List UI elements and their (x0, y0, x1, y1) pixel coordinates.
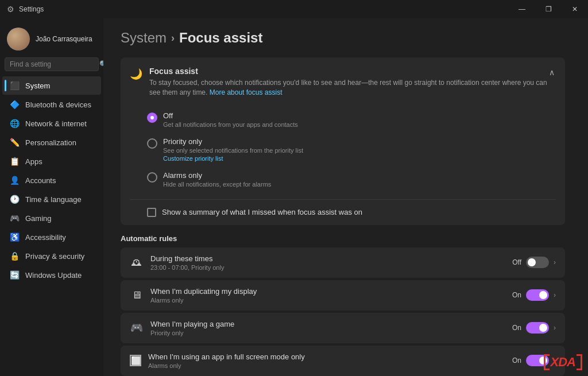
rule-card-duplicating: 🖥 When I'm duplicating my display Alarms… (121, 280, 565, 311)
sidebar-item-label: Network & internet (25, 119, 87, 128)
bluetooth-icon: 🔷 (9, 100, 20, 109)
rule-subtitle-gaming: Priority only (150, 330, 505, 336)
rule-row-gaming[interactable]: 🎮 When I'm playing a game Priority only … (121, 313, 565, 343)
focus-assist-header-left: 🌙 Focus assist To stay focused, choose w… (130, 67, 548, 98)
sidebar-item-accounts[interactable]: 👤 Accounts (2, 171, 101, 189)
sidebar-item-system[interactable]: ⬛ System (2, 76, 101, 95)
customize-priority-link[interactable]: Customize priority list (163, 155, 303, 162)
xda-text: XDA (551, 355, 575, 370)
minimize-button[interactable]: — (509, 0, 535, 18)
radio-alarms-circle[interactable] (147, 172, 157, 183)
rule-card-during-times: 🕰 During these times 23:00 - 07:00, Prio… (121, 247, 565, 278)
focus-assist-description: To stay focused, choose which notificati… (149, 78, 548, 98)
gaming-icon: 🎮 (9, 214, 20, 223)
rule-info-duplicating: When I'm duplicating my display Alarms o… (150, 287, 505, 304)
time-icon: 🕐 (9, 195, 20, 204)
user-name: João Carrasqueira (36, 35, 92, 43)
app-body: João Carrasqueira 🔍 ⬛ System 🔷 Bluetooth… (0, 18, 588, 376)
sidebar-item-label: Personalization (25, 138, 76, 147)
sidebar-item-bluetooth[interactable]: 🔷 Bluetooth & devices (2, 95, 101, 114)
rule-right-gaming: On › (512, 322, 556, 334)
rule-info-fullscreen: When I'm using an app in full screen mod… (148, 352, 505, 369)
window-controls: — ❐ ✕ (509, 0, 588, 18)
sidebar-item-label: Privacy & security (25, 252, 84, 261)
rule-card-fullscreen: ⬜ When I'm using an app in full screen m… (121, 346, 565, 376)
summary-checkbox[interactable] (147, 208, 156, 217)
focus-assist-more-link[interactable]: More about focus assist (210, 88, 283, 96)
breadcrumb: System › Focus assist (121, 30, 565, 46)
radio-option-priority[interactable]: Priority only See only selected notifica… (147, 133, 556, 166)
accounts-icon: 👤 (9, 176, 20, 185)
toggle-gaming[interactable] (526, 322, 549, 334)
fullscreen-icon: ⬜ (130, 355, 141, 366)
toggle-during-times[interactable] (526, 257, 549, 268)
avatar (7, 28, 30, 51)
radio-priority-label: Priority only (163, 137, 303, 146)
breadcrumb-separator: › (171, 32, 175, 44)
xda-bracket-right (577, 354, 582, 370)
radio-priority-circle[interactable] (147, 138, 157, 149)
sidebar-item-accessibility[interactable]: ♿ Accessibility (2, 228, 101, 246)
rule-row-fullscreen[interactable]: ⬜ When I'm using an app in full screen m… (121, 346, 565, 376)
radio-off-label: Off (163, 111, 298, 120)
sidebar-item-apps[interactable]: 📋 Apps (2, 152, 101, 170)
title-bar-left: ⚙ Settings (7, 5, 44, 14)
toggle-label-gaming: On (512, 324, 521, 332)
toggle-label-duplicating: On (512, 291, 521, 299)
rule-subtitle-during-times: 23:00 - 07:00, Priority only (150, 264, 505, 271)
apps-icon: 📋 (9, 157, 20, 166)
sidebar-item-label: Bluetooth & devices (25, 100, 91, 109)
sidebar-item-time[interactable]: 🕐 Time & language (2, 190, 101, 208)
title-bar: ⚙ Settings — ❐ ✕ (0, 0, 588, 18)
toggle-knob (528, 258, 536, 266)
sidebar-item-update[interactable]: 🔄 Windows Update (2, 266, 101, 284)
breadcrumb-parent[interactable]: System (121, 30, 167, 46)
breadcrumb-current: Focus assist (179, 30, 262, 46)
sidebar-item-label: Time & language (25, 195, 82, 204)
card-divider (130, 199, 556, 200)
rule-row-during-times[interactable]: 🕰 During these times 23:00 - 07:00, Prio… (121, 247, 565, 278)
chevron-right-icon: › (554, 258, 556, 266)
user-profile[interactable]: João Carrasqueira (0, 23, 103, 57)
rule-info-gaming: When I'm playing a game Priority only (150, 320, 505, 336)
system-icon: ⬛ (9, 81, 20, 90)
rule-right-during-times: Off › (512, 257, 556, 268)
focus-assist-title: Focus assist (149, 67, 548, 76)
search-input[interactable] (10, 60, 96, 68)
search-box[interactable]: 🔍 (5, 57, 99, 71)
sidebar-item-gaming[interactable]: 🎮 Gaming (2, 209, 101, 227)
rule-row-duplicating[interactable]: 🖥 When I'm duplicating my display Alarms… (121, 280, 565, 311)
focus-assist-collapse-button[interactable]: ∧ (548, 67, 556, 78)
sidebar-item-network[interactable]: 🌐 Network & internet (2, 114, 101, 133)
privacy-icon: 🔒 (9, 251, 20, 261)
rule-title-fullscreen: When I'm using an app in full screen mod… (148, 352, 505, 361)
sidebar-item-privacy[interactable]: 🔒 Privacy & security (2, 247, 101, 265)
radio-option-off[interactable]: Off Get all notifications from your apps… (147, 107, 556, 133)
focus-assist-text: Focus assist To stay focused, choose whi… (149, 67, 548, 98)
rule-subtitle-fullscreen: Alarms only (148, 362, 505, 369)
sidebar-item-personalization[interactable]: ✏️ Personalization (2, 133, 101, 152)
focus-assist-moon-icon: 🌙 (130, 68, 142, 80)
automatic-rules-title: Automatic rules (121, 234, 565, 243)
search-icon[interactable]: 🔍 (99, 60, 103, 68)
radio-priority-sublabel: See only selected notifications from the… (163, 147, 303, 154)
sidebar-item-label: Gaming (25, 214, 52, 223)
checkbox-row[interactable]: Show a summary of what I missed when foc… (121, 202, 565, 225)
close-button[interactable]: ✕ (562, 0, 588, 18)
sidebar-item-label: Apps (25, 157, 42, 166)
toggle-duplicating[interactable] (526, 289, 549, 301)
personalization-icon: ✏️ (9, 138, 20, 147)
sidebar: João Carrasqueira 🔍 ⬛ System 🔷 Bluetooth… (0, 18, 103, 376)
game-icon: 🎮 (130, 321, 144, 334)
rule-subtitle-duplicating: Alarms only (150, 297, 505, 304)
restore-button[interactable]: ❐ (535, 0, 562, 18)
rule-title-duplicating: When I'm duplicating my display (150, 287, 505, 296)
sidebar-item-label: Accounts (25, 176, 56, 185)
radio-off-circle[interactable] (147, 113, 157, 123)
rule-title-during-times: During these times (150, 254, 505, 263)
radio-option-alarms[interactable]: Alarms only Hide all notifications, exce… (147, 166, 556, 192)
clock-icon: 🕰 (130, 257, 144, 269)
rule-card-gaming: 🎮 When I'm playing a game Priority only … (121, 313, 565, 343)
display-icon: 🖥 (130, 289, 144, 301)
network-icon: 🌐 (9, 119, 20, 128)
